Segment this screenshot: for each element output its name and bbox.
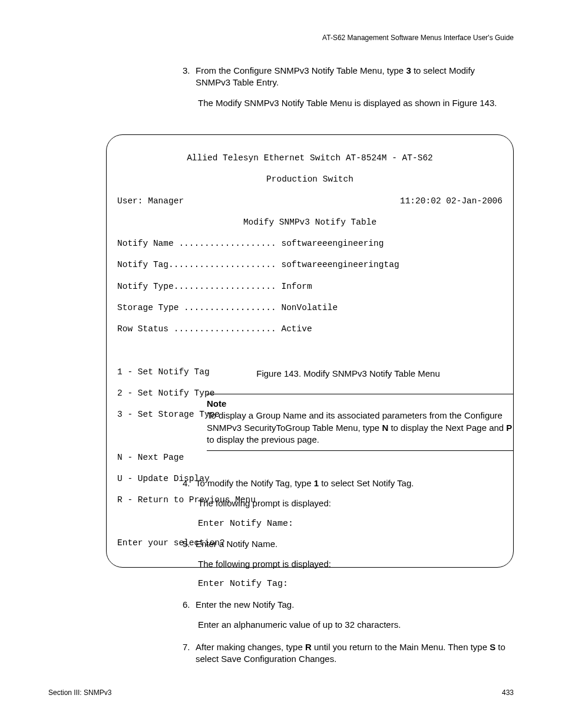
footer-page-number: 433 bbox=[502, 689, 514, 697]
step-text: Enter a Notify Name. bbox=[196, 538, 511, 550]
step-number: 7. bbox=[183, 641, 196, 653]
step-text: From the Configure SNMPv3 Notify Table M… bbox=[196, 65, 511, 89]
step-number: 4. bbox=[183, 477, 196, 489]
content-lower: 4.To modify the Notify Tag, type 1 to se… bbox=[183, 477, 514, 674]
footer-section: Section III: SNMPv3 bbox=[48, 689, 111, 697]
terminal-field: Row Status .................... Active bbox=[117, 324, 503, 334]
figure-caption: Figure 143. Modify SNMPv3 Notify Table M… bbox=[0, 368, 514, 378]
content-upper: 3.From the Configure SNMPv3 Notify Table… bbox=[183, 65, 514, 117]
code-prompt: Enter Notify Name: bbox=[198, 518, 514, 530]
note-title: Note bbox=[207, 398, 514, 410]
terminal-field: Storage Type .................. NonVolat… bbox=[117, 302, 503, 313]
terminal-user-row: User: Manager11:20:02 02-Jan-2006 bbox=[117, 196, 503, 206]
terminal-nav-item: N - Next Page bbox=[117, 452, 503, 463]
step-7: 7.After making changes, type R until you… bbox=[183, 641, 514, 666]
step-number: 5. bbox=[183, 538, 196, 550]
terminal-subtitle: Production Switch bbox=[117, 174, 503, 185]
page-header: AT-S62 Management Software Menus Interfa… bbox=[322, 34, 514, 42]
terminal-field: Notify Tag..................... software… bbox=[117, 259, 503, 270]
step-paragraph: The following prompt is displayed: bbox=[198, 498, 514, 509]
step-number: 3. bbox=[183, 65, 196, 77]
step-6: 6.Enter the new Notify Tag. Enter an alp… bbox=[183, 599, 514, 631]
terminal-menu-title: Modify SNMPv3 Notify Table bbox=[117, 217, 503, 228]
step-4: 4.To modify the Notify Tag, type 1 to se… bbox=[183, 477, 514, 530]
step-text: Enter the new Notify Tag. bbox=[196, 599, 511, 611]
note-box: Note To display a Group Name and its ass… bbox=[207, 394, 514, 451]
step-number: 6. bbox=[183, 599, 196, 611]
step-paragraph: The Modify SNMPv3 Notify Table Menu is d… bbox=[198, 97, 514, 109]
terminal-field: Notify Type.................... Inform bbox=[117, 281, 503, 292]
step-5: 5.Enter a Notify Name. The following pro… bbox=[183, 538, 514, 591]
step-paragraph: The following prompt is displayed: bbox=[198, 558, 514, 570]
terminal-title: Allied Telesyn Ethernet Switch AT-8524M … bbox=[117, 153, 503, 163]
terminal-field: Notify Name ................... software… bbox=[117, 238, 503, 249]
step-3: 3.From the Configure SNMPv3 Notify Table… bbox=[183, 65, 514, 109]
step-paragraph: Enter an alphanumeric value of up to 32 … bbox=[198, 619, 514, 631]
code-prompt: Enter Notify Tag: bbox=[198, 578, 514, 590]
step-text: To modify the Notify Tag, type 1 to sele… bbox=[196, 477, 511, 489]
note-text: To display a Group Name and its associat… bbox=[207, 410, 514, 446]
step-text: After making changes, type R until you r… bbox=[196, 641, 511, 666]
